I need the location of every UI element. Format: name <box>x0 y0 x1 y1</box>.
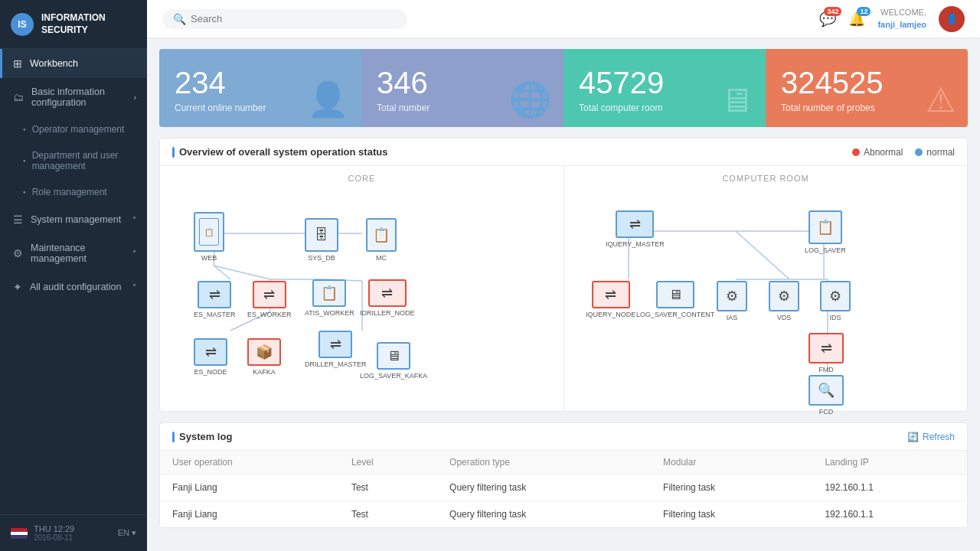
sidebar-item-audit[interactable]: ✦ All audit configuration ˅ <box>0 272 147 302</box>
stat-card-total: 346 Total number 🌐 <box>361 49 564 127</box>
sidebar-item-workbench[interactable]: ⊞ Workbench <box>0 49 147 78</box>
svg-line-14 <box>736 231 789 279</box>
stats-row: 234 Current online number 👤 346 Total nu… <box>159 49 968 127</box>
cell-ip: 192.160.1.1 <box>812 474 967 501</box>
sidebar-item-role[interactable]: Role management <box>0 179 147 205</box>
svg-line-3 <box>214 266 230 279</box>
log-header: System log 🔄 Refresh <box>160 423 967 451</box>
legend: Abnormal normal <box>852 147 955 158</box>
sidebar-item-label: Basic information configuration <box>31 86 134 108</box>
log-table-body: Fanji Liang Test Query filtering task Fi… <box>160 474 967 528</box>
legend-abnormal: Abnormal <box>852 147 903 158</box>
cell-modular: Filtering task <box>651 474 812 501</box>
header-right: 💬 342 🔔 12 WELCOME, fanji_lamjeo 👤 <box>819 6 965 32</box>
cell-user: Fanji Liang <box>160 474 339 501</box>
col-modular: Modular <box>651 451 812 474</box>
overview-panel: Overview of overall system operation sta… <box>159 138 968 412</box>
language-selector[interactable]: EN ▾ <box>118 528 136 538</box>
table-header-row: User operation Level Operation type Modu… <box>160 451 967 474</box>
message-notification-button[interactable]: 💬 342 <box>819 11 836 28</box>
sidebar-item-basic-info[interactable]: 🗂 Basic information configuration › <box>0 78 147 116</box>
node-ias: ⚙ IAS <box>717 281 747 321</box>
node-kafka: 📦 KAFKA <box>247 338 281 376</box>
sidebar-item-label: Role management <box>32 187 107 197</box>
node-vds: ⚙ VDS <box>769 281 799 321</box>
col-user-operation: User operation <box>160 451 339 474</box>
search-input[interactable] <box>191 13 397 24</box>
sidebar-item-label: System management <box>31 214 121 225</box>
col-operation-type: Operation type <box>437 451 651 474</box>
current-date: 2016-08-11 <box>34 533 74 542</box>
node-idriller-node: ⇌ IDRILLER_NODE <box>360 279 415 317</box>
header: 🔍 💬 342 🔔 12 WELCOME, fanji_lamjeo 👤 <box>147 0 980 38</box>
overview-title: Overview of overall system operation sta… <box>172 146 387 158</box>
node-es-node: ⇌ ES_NODE <box>194 338 227 376</box>
log-title: System log <box>172 431 232 442</box>
avatar[interactable]: 👤 <box>939 6 965 32</box>
node-web: 📋 WEB <box>194 212 224 262</box>
stat-card-online: 234 Current online number 👤 <box>159 49 361 127</box>
page-content: 234 Current online number 👤 346 Total nu… <box>147 38 980 551</box>
node-mc: 📋 MC <box>366 218 397 262</box>
logo-icon: IS <box>11 13 34 36</box>
refresh-icon: 🔄 <box>907 432 919 442</box>
message-badge: 342 <box>824 7 841 16</box>
refresh-button[interactable]: 🔄 Refresh <box>907 432 955 442</box>
normal-dot <box>915 148 923 156</box>
col-landing-ip: Landing IP <box>812 451 967 474</box>
legend-normal: normal <box>915 147 955 158</box>
warning-icon: ⚠ <box>926 80 956 119</box>
username: fanji_lamjeo <box>877 19 926 31</box>
alarm-badge: 12 <box>857 7 871 16</box>
cell-modular: Filtering task <box>651 501 812 528</box>
core-diagram: 📋 WEB ⇌ ES_MASTER ⇌ ES_NODE <box>171 189 553 403</box>
sidebar-item-operator[interactable]: Operator management <box>0 116 147 142</box>
sidebar-item-maintenance[interactable]: ⚙ Maintenance management ˅ <box>0 234 147 272</box>
maintenance-icon: ⚙ <box>13 247 23 259</box>
flag-icon <box>11 528 28 539</box>
search-bar[interactable]: 🔍 <box>162 9 407 29</box>
sidebar-footer: THU 12:29 2016-08-11 EN ▾ <box>0 514 147 551</box>
system-icon: ☰ <box>13 214 23 226</box>
sidebar-item-label: Operator management <box>32 124 125 135</box>
abnormal-dot <box>852 148 860 156</box>
node-es-master: ⇌ ES_MASTER <box>194 281 236 318</box>
audit-icon: ✦ <box>13 281 22 293</box>
sidebar-item-department[interactable]: Department and user management <box>0 142 147 179</box>
basic-info-icon: 🗂 <box>13 91 24 103</box>
sidebar-item-label: Department and user management <box>32 150 136 171</box>
room-label: COMPUTER ROOM <box>575 174 956 183</box>
welcome-text: WELCOME, fanji_lamjeo <box>877 7 926 31</box>
cell-level: Test <box>339 501 437 528</box>
stat-card-probes: 324525 Total number of probes ⚠ <box>766 49 968 127</box>
computer-room-section: COMPUTER ROOM <box>564 166 967 411</box>
chevron-down-icon: ˅ <box>132 216 136 224</box>
alarm-notification-button[interactable]: 🔔 12 <box>848 11 865 28</box>
svg-line-2 <box>214 266 270 279</box>
node-log-saver-kafka: 🖥 LOG_SAVER_KAFKA <box>360 342 427 380</box>
sidebar-menu: ⊞ Workbench 🗂 Basic information configur… <box>0 49 147 514</box>
log-table: User operation Level Operation type Modu… <box>160 451 967 527</box>
person-icon: 👤 <box>307 80 349 119</box>
monitor-icon: 🖥 <box>720 81 753 119</box>
node-ids: ⚙ IDS <box>820 281 851 321</box>
node-iquery-node: ⇌ IQUERY_NODE <box>586 281 635 318</box>
cell-level: Test <box>339 474 437 501</box>
node-driller-master: ⇌ DRILLER_MASTER <box>305 331 367 368</box>
col-level: Level <box>339 451 437 474</box>
main-content: 🔍 💬 342 🔔 12 WELCOME, fanji_lamjeo 👤 234 <box>147 0 980 551</box>
node-es-worker: ⇌ ES_WORKER <box>247 281 292 318</box>
sidebar-item-system[interactable]: ☰ System management ˅ <box>0 205 147 234</box>
node-sys-db: 🗄 SYS_DB <box>305 218 338 262</box>
core-section: CORE <box>160 166 564 411</box>
chevron-right-icon: › <box>134 93 136 102</box>
current-time: THU 12:29 <box>34 524 74 533</box>
chevron-down-icon: ˅ <box>132 283 136 292</box>
search-icon: 🔍 <box>173 13 186 25</box>
sidebar-logo: IS INFORMATION SECURITY <box>0 0 147 49</box>
globe-icon: 🌐 <box>509 80 551 119</box>
refresh-label: Refresh <box>923 432 955 442</box>
room-diagram: ⇌ IQUERY_MASTER ⇌ IQUERY_NODE 🖥 LOG_SAVE… <box>575 189 956 403</box>
overview-header: Overview of overall system operation sta… <box>160 139 967 166</box>
cell-ip: 192.160.1.1 <box>812 501 967 528</box>
